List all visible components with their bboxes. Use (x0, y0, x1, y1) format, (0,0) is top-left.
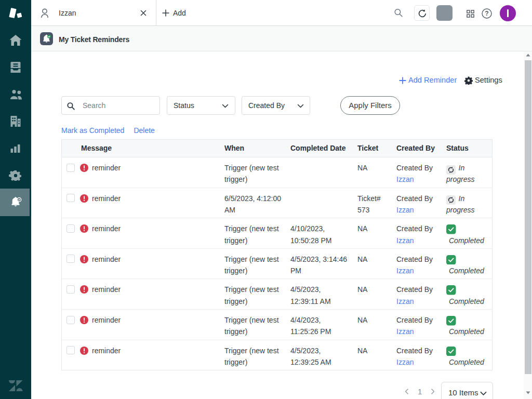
svg-text:?: ? (485, 10, 488, 17)
